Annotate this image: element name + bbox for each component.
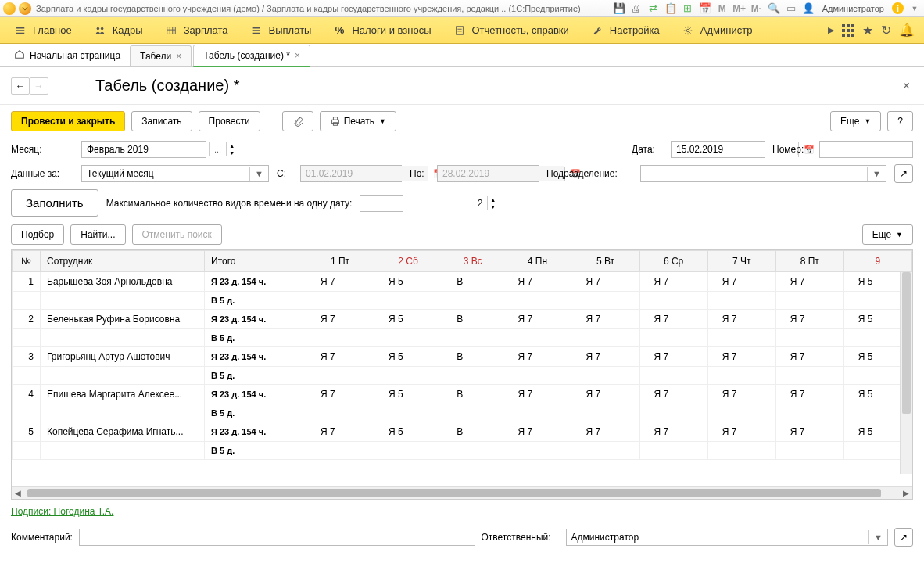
fill-button[interactable]: Заполнить — [11, 189, 98, 217]
cell-day[interactable]: Я 7 — [639, 385, 707, 404]
more-button[interactable]: Еще▼ — [830, 111, 881, 131]
menu-salary[interactable]: Зарплата — [154, 17, 239, 44]
find-button[interactable]: Найти... — [70, 224, 125, 245]
cell-day[interactable]: Я 7 — [503, 385, 571, 404]
number-input[interactable] — [819, 141, 913, 158]
cell-day[interactable]: В — [442, 272, 503, 292]
zoom-icon[interactable]: 🔍 — [768, 2, 780, 15]
cell-day[interactable]: Я 7 — [503, 347, 571, 367]
cell-day[interactable]: Я 7 — [306, 422, 374, 442]
month-input[interactable] — [82, 142, 209, 157]
menu-payments[interactable]: Выплаты — [239, 17, 323, 44]
chevron-down-icon[interactable]: ▼ — [249, 167, 268, 181]
chevron-down-icon[interactable]: ▼ — [867, 167, 886, 181]
cell-day[interactable]: Я 7 — [707, 347, 775, 367]
app-dropdown-icon[interactable] — [19, 2, 31, 15]
col-day-9[interactable]: 9 — [843, 251, 911, 272]
attachment-button[interactable] — [282, 111, 313, 131]
max-kinds-input[interactable] — [360, 196, 487, 211]
col-day-2[interactable]: 2 Сб — [374, 251, 442, 272]
cell-day[interactable]: Я 7 — [571, 385, 639, 404]
responsible-field[interactable]: ▼ — [566, 529, 888, 546]
menu-admin[interactable]: Администр — [671, 17, 764, 44]
cell-day[interactable]: Я 7 — [775, 310, 843, 329]
close-icon[interactable]: × — [295, 50, 300, 61]
data-for-input[interactable] — [82, 166, 249, 181]
cell-day[interactable]: Я 5 — [374, 310, 442, 329]
cell-day[interactable]: Я 7 — [306, 310, 374, 329]
cell-day[interactable]: Я 7 — [306, 385, 374, 404]
col-day-5[interactable]: 5 Вт — [571, 251, 639, 272]
cell-day[interactable]: Я 5 — [374, 422, 442, 442]
cell-day[interactable]: Я 7 — [775, 385, 843, 404]
back-button[interactable]: ← — [11, 77, 30, 95]
history-icon[interactable]: ↻ — [881, 23, 891, 38]
user-name[interactable]: Администратор — [819, 2, 887, 15]
col-num[interactable]: № — [13, 251, 41, 272]
col-day-1[interactable]: 1 Пт — [306, 251, 374, 272]
cell-day[interactable]: Я 5 — [374, 347, 442, 367]
bell-icon[interactable]: 🔔 — [899, 23, 915, 38]
tab-tabel-create[interactable]: Табель (создание) * × — [193, 45, 310, 67]
cell-day[interactable]: Я 5 — [374, 272, 442, 292]
cell-day[interactable]: Я 7 — [571, 347, 639, 367]
table-row[interactable]: 5Копейцева Серафима Игнать...Я 23 д. 154… — [13, 422, 912, 442]
table-more-button[interactable]: Еще▼ — [862, 224, 913, 245]
star-icon[interactable]: ★ — [862, 23, 873, 38]
window-list-icon[interactable]: ▭ — [785, 2, 797, 15]
post-button[interactable]: Провести — [199, 111, 260, 131]
help-button[interactable]: ? — [887, 111, 913, 131]
responsible-open-button[interactable]: ↗ — [894, 528, 913, 547]
cell-day[interactable]: Я 5 — [374, 385, 442, 404]
table-row[interactable]: 4Епишева Маргарита Алексее...Я 23 д. 154… — [13, 385, 912, 404]
m-icon[interactable]: M — [716, 2, 729, 15]
cell-day[interactable]: Я 7 — [707, 272, 775, 292]
cell-day[interactable]: В — [442, 422, 503, 442]
dept-input[interactable] — [641, 166, 867, 181]
dept-field[interactable]: ▼ — [640, 165, 886, 182]
col-employee[interactable]: Сотрудник — [41, 251, 205, 272]
mminus-icon[interactable]: M- — [750, 2, 763, 15]
vertical-scrollbar[interactable] — [900, 272, 912, 474]
dept-open-button[interactable]: ↗ — [894, 164, 913, 183]
responsible-input[interactable] — [567, 529, 869, 545]
max-kinds-field[interactable]: ▲▼ — [360, 195, 403, 212]
table-row[interactable]: 1Барышева Зоя АрнольдовнаЯ 23 д. 154 ч.Я… — [13, 272, 912, 292]
scroll-right-icon[interactable]: ▶ — [900, 487, 912, 499]
mplus-icon[interactable]: M+ — [733, 2, 746, 15]
cell-day[interactable]: Я 7 — [571, 310, 639, 329]
write-button[interactable]: Записать — [131, 111, 192, 131]
table-row[interactable]: 3Григорьянц Артур АшотовичЯ 23 д. 154 ч.… — [13, 347, 912, 367]
col-day-4[interactable]: 4 Пн — [503, 251, 571, 272]
data-for-field[interactable]: ▼ — [81, 165, 269, 182]
close-icon[interactable]: × — [900, 76, 913, 96]
month-stepper[interactable]: ▲▼ — [226, 142, 237, 156]
chevron-down-icon[interactable]: ▼ — [868, 530, 887, 544]
print-icon[interactable]: 🖨 — [630, 2, 643, 15]
tab-home[interactable]: Начальная страница — [6, 44, 128, 66]
copy-icon[interactable]: 📋 — [664, 2, 677, 15]
cell-day[interactable]: Я 7 — [775, 272, 843, 292]
close-icon[interactable]: × — [176, 51, 181, 62]
menu-kadry[interactable]: Кадры — [83, 17, 154, 44]
cell-day[interactable]: Я 7 — [639, 310, 707, 329]
comment-input[interactable] — [79, 529, 475, 546]
cell-day[interactable]: В — [442, 347, 503, 367]
print-button[interactable]: Печать ▼ — [320, 111, 396, 131]
cell-day[interactable]: Я 7 — [775, 347, 843, 367]
cell-day[interactable]: Я 7 — [639, 347, 707, 367]
pick-button[interactable]: Подбор — [11, 224, 64, 245]
calc-icon[interactable]: ⊞ — [682, 2, 694, 15]
calendar-icon[interactable]: 📅 — [699, 2, 711, 15]
col-day-7[interactable]: 7 Чт — [707, 251, 775, 272]
cell-day[interactable]: Я 7 — [707, 422, 775, 442]
cell-day[interactable]: Я 7 — [707, 310, 775, 329]
col-day-3[interactable]: 3 Вс — [442, 251, 503, 272]
cell-day[interactable]: Я 7 — [503, 422, 571, 442]
max-kinds-stepper[interactable]: ▲▼ — [487, 196, 498, 210]
menu-main[interactable]: Главное — [3, 17, 83, 44]
cell-day[interactable]: Я 7 — [707, 385, 775, 404]
col-total[interactable]: Итого — [205, 251, 306, 272]
cell-day[interactable]: Я 7 — [639, 272, 707, 292]
table-row[interactable]: 2Беленькая Руфина БорисовнаЯ 23 д. 154 ч… — [13, 310, 912, 329]
